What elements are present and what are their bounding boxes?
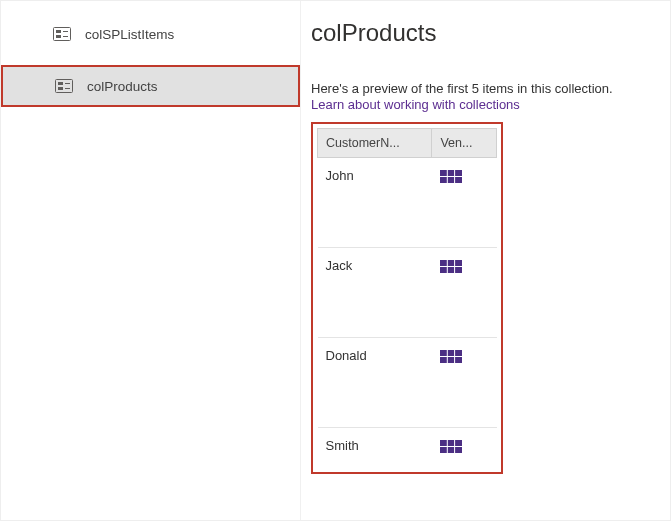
svg-rect-1 xyxy=(56,30,61,33)
page-title: colProducts xyxy=(311,19,652,47)
svg-rect-2 xyxy=(56,35,61,38)
preview-subtitle: Here's a preview of the first 5 items in… xyxy=(311,81,652,96)
sidebar-item-label: colProducts xyxy=(87,79,158,94)
table-row[interactable]: Donald xyxy=(318,338,497,428)
sidebar-item-label: colSPListItems xyxy=(85,27,174,42)
cell-customer: Jack xyxy=(318,248,432,338)
collection-icon xyxy=(53,27,71,41)
svg-rect-5 xyxy=(56,80,73,93)
table-row[interactable]: Smith xyxy=(318,428,497,468)
svg-rect-7 xyxy=(58,87,63,90)
collection-icon xyxy=(55,79,73,93)
sidebar: colSPListItems colProducts xyxy=(1,1,301,520)
table-icon xyxy=(440,170,462,183)
column-header-vendor[interactable]: Ven... xyxy=(432,129,497,158)
table-row[interactable]: Jack xyxy=(318,248,497,338)
cell-customer: John xyxy=(318,158,432,248)
column-header-customer[interactable]: CustomerN... xyxy=(318,129,432,158)
sidebar-item-colproducts[interactable]: colProducts xyxy=(1,65,300,107)
cell-vendor[interactable] xyxy=(432,158,497,248)
main-content: colProducts Here's a preview of the firs… xyxy=(301,1,670,520)
cell-vendor[interactable] xyxy=(432,338,497,428)
preview-table: CustomerN... Ven... John Jack xyxy=(317,128,497,468)
svg-rect-6 xyxy=(58,82,63,85)
cell-customer: Donald xyxy=(318,338,432,428)
table-icon xyxy=(440,260,462,273)
sidebar-item-colsplistitems[interactable]: colSPListItems xyxy=(1,13,300,55)
cell-vendor[interactable] xyxy=(432,428,497,468)
table-icon xyxy=(440,440,462,453)
svg-rect-0 xyxy=(54,28,71,41)
cell-customer: Smith xyxy=(318,428,432,468)
table-icon xyxy=(440,350,462,363)
table-row[interactable]: John xyxy=(318,158,497,248)
learn-link[interactable]: Learn about working with collections xyxy=(311,97,520,112)
preview-table-highlight: CustomerN... Ven... John Jack xyxy=(311,122,503,474)
cell-vendor[interactable] xyxy=(432,248,497,338)
